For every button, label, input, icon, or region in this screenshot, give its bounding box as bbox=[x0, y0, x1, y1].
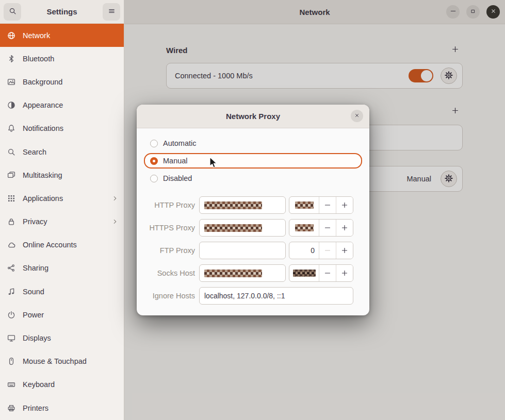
sidebar-item-label: Online Accounts bbox=[23, 241, 77, 249]
sidebar-item-label: Search bbox=[23, 148, 46, 156]
port-increment-button[interactable] bbox=[336, 220, 353, 236]
sidebar-item-appearance[interactable]: Appearance bbox=[0, 94, 124, 117]
http-proxy-input[interactable] bbox=[199, 196, 286, 214]
mouse-icon bbox=[7, 357, 16, 366]
http-proxy-row: HTTP Proxy bbox=[137, 196, 369, 214]
sidebar-item-label: Network bbox=[23, 31, 50, 40]
sidebar-item-background[interactable]: Background bbox=[0, 70, 124, 93]
sidebar-item-multitasking[interactable]: Multitasking bbox=[0, 163, 124, 187]
socks-host-input[interactable] bbox=[199, 264, 286, 282]
https-proxy-input[interactable] bbox=[199, 219, 286, 237]
globe-icon bbox=[7, 31, 16, 40]
sidebar-item-label: Sharing bbox=[23, 264, 48, 272]
sidebar-item-label: Printers bbox=[23, 404, 48, 412]
proxy-option-label: Manual bbox=[163, 157, 188, 165]
ignore-hosts-input[interactable]: localhost, 127.0.0.0/8, ::1 bbox=[199, 287, 353, 305]
radio-icon bbox=[150, 157, 158, 165]
sidebar-nav: NetworkBluetoothBackgroundAppearanceNoti… bbox=[0, 24, 124, 420]
radio-icon bbox=[150, 140, 158, 147]
main-menu-button[interactable] bbox=[103, 3, 120, 21]
dialog-headerbar: Network Proxy bbox=[137, 105, 369, 128]
cloud-icon bbox=[7, 241, 16, 249]
sidebar-item-displays[interactable]: Displays bbox=[0, 326, 124, 349]
socks-host-port-spinner[interactable] bbox=[289, 264, 353, 282]
socks-host-label: Socks Host bbox=[137, 269, 196, 277]
keyboard-icon bbox=[7, 380, 16, 389]
https-proxy-row: HTTPS Proxy bbox=[137, 219, 369, 237]
redacted-port-value bbox=[295, 201, 314, 209]
port-decrement-button[interactable] bbox=[319, 197, 336, 213]
sidebar-item-label: Keyboard bbox=[23, 380, 55, 389]
redacted-host-value bbox=[204, 270, 262, 277]
sidebar-item-label: Notifications bbox=[23, 124, 63, 132]
port-decrement-button[interactable] bbox=[319, 242, 336, 259]
chevron-right-icon bbox=[111, 195, 119, 202]
https-proxy-port-spinner[interactable] bbox=[289, 219, 353, 237]
ftp-proxy-port-spinner[interactable]: 0 bbox=[289, 242, 353, 259]
appearance-icon bbox=[7, 101, 16, 110]
sidebar-item-label: Displays bbox=[23, 334, 51, 342]
redacted-port-value bbox=[293, 270, 316, 277]
sidebar-item-bluetooth[interactable]: Bluetooth bbox=[0, 47, 124, 70]
http-proxy-port-spinner[interactable] bbox=[289, 196, 353, 214]
port-increment-button[interactable] bbox=[336, 265, 353, 281]
app-title: Settings bbox=[24, 7, 100, 16]
printer-icon bbox=[7, 404, 16, 412]
ftp-proxy-label: FTP Proxy bbox=[137, 246, 196, 255]
sidebar-item-label: Applications bbox=[23, 194, 63, 203]
port-value bbox=[289, 265, 319, 281]
port-value bbox=[289, 197, 319, 213]
sidebar-item-network[interactable]: Network bbox=[0, 24, 124, 47]
proxy-option-manual[interactable]: Manual bbox=[144, 153, 362, 169]
sidebar-item-sound[interactable]: Sound bbox=[0, 280, 124, 303]
port-increment-button[interactable] bbox=[336, 242, 353, 259]
sidebar-item-label: Sound bbox=[23, 288, 44, 296]
redacted-port-value bbox=[295, 224, 314, 231]
port-decrement-button[interactable] bbox=[319, 220, 336, 236]
redacted-host-value bbox=[204, 201, 262, 209]
proxy-form: HTTP ProxyHTTPS ProxyFTP Proxy0Socks Hos… bbox=[137, 196, 369, 305]
redacted-host-value bbox=[204, 224, 262, 232]
search-icon bbox=[7, 147, 16, 156]
sidebar-item-applications[interactable]: Applications bbox=[0, 187, 124, 210]
ignore-hosts-row: Ignore Hostslocalhost, 127.0.0.0/8, ::1 bbox=[137, 287, 369, 305]
sidebar-item-mouse-touchpad[interactable]: Mouse & Touchpad bbox=[0, 350, 124, 373]
sidebar-item-search[interactable]: Search bbox=[0, 140, 124, 163]
multitasking-icon bbox=[7, 171, 16, 179]
note-icon bbox=[7, 287, 16, 296]
lock-icon bbox=[7, 217, 16, 226]
ftp-proxy-input[interactable] bbox=[199, 242, 286, 259]
power-icon bbox=[7, 310, 16, 319]
sidebar-item-label: Mouse & Touchpad bbox=[23, 357, 87, 365]
sidebar-headerbar: Settings bbox=[0, 0, 124, 24]
sidebar: Settings NetworkBluetoothBackgroundAppea… bbox=[0, 0, 124, 420]
search-icon bbox=[9, 7, 17, 16]
proxy-option-automatic[interactable]: Automatic bbox=[144, 136, 362, 151]
sidebar-item-notifications[interactable]: Notifications bbox=[0, 117, 124, 140]
display-icon bbox=[7, 334, 16, 343]
chevron-right-icon bbox=[111, 218, 119, 225]
proxy-option-label: Disabled bbox=[163, 174, 192, 182]
sidebar-item-label: Power bbox=[23, 311, 44, 319]
sidebar-item-label: Appearance bbox=[23, 101, 63, 109]
apps-icon bbox=[7, 194, 16, 203]
dialog-title: Network Proxy bbox=[226, 112, 280, 121]
port-increment-button[interactable] bbox=[336, 197, 353, 213]
sidebar-item-label: Privacy bbox=[23, 217, 47, 226]
search-button[interactable] bbox=[4, 3, 21, 21]
sidebar-item-power[interactable]: Power bbox=[0, 303, 124, 326]
sidebar-item-label: Background bbox=[23, 78, 62, 86]
ignore-hosts-label: Ignore Hosts bbox=[137, 292, 196, 300]
sidebar-item-online-accounts[interactable]: Online Accounts bbox=[0, 233, 124, 257]
http-proxy-label: HTTP Proxy bbox=[137, 201, 196, 209]
proxy-option-disabled[interactable]: Disabled bbox=[144, 171, 362, 186]
dialog-close-button[interactable] bbox=[351, 110, 363, 122]
sidebar-item-printers[interactable]: Printers bbox=[0, 396, 124, 419]
sidebar-item-privacy[interactable]: Privacy bbox=[0, 210, 124, 233]
share-icon bbox=[7, 264, 16, 273]
sidebar-item-sharing[interactable]: Sharing bbox=[0, 257, 124, 280]
radio-icon bbox=[150, 175, 158, 182]
sidebar-item-keyboard[interactable]: Keyboard bbox=[0, 373, 124, 396]
port-decrement-button[interactable] bbox=[319, 265, 336, 281]
https-proxy-label: HTTPS Proxy bbox=[137, 224, 196, 232]
